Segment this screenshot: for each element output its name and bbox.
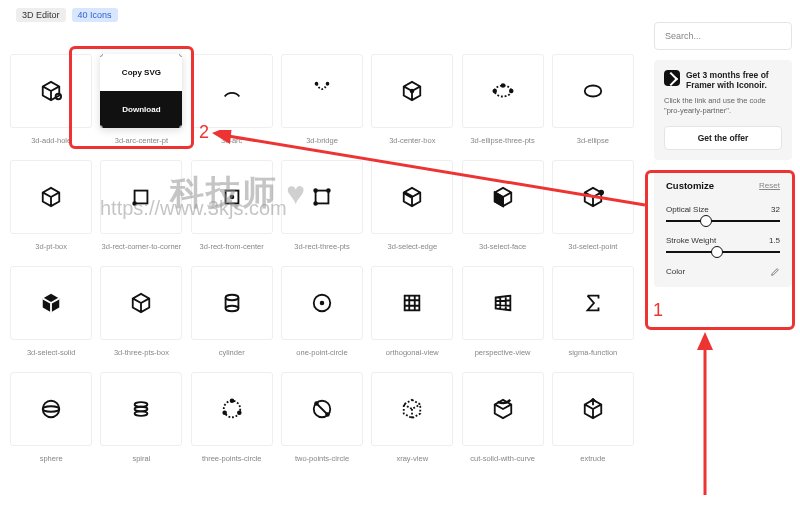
cube-icon <box>130 292 152 314</box>
svg-point-17 <box>599 190 603 194</box>
circle-point-icon <box>311 292 333 314</box>
svg-point-15 <box>327 189 330 192</box>
circle-three-icon <box>221 398 243 420</box>
svg-point-8 <box>585 85 602 96</box>
cube-icon <box>40 186 62 208</box>
svg-line-35 <box>316 403 327 414</box>
icon-card[interactable]: spiral <box>98 366 184 468</box>
icon-label: 3d-arc-center-pt <box>115 136 168 145</box>
icon-card[interactable]: 3d-add-hole <box>8 48 94 150</box>
icon-card[interactable]: sphere <box>8 366 94 468</box>
ellipse-icon <box>582 80 604 102</box>
icon-label: 3d-select-solid <box>27 348 75 357</box>
annotation-number-2: 2 <box>199 122 209 143</box>
pencil-icon[interactable] <box>770 267 780 277</box>
customize-title: Customize <box>666 180 714 191</box>
svg-point-5 <box>493 89 496 92</box>
cube-center-icon <box>401 80 423 102</box>
cube-point-icon <box>582 186 604 208</box>
icon-card[interactable]: 3d-ellipse-three-pts <box>459 48 545 150</box>
icon-label: 3d-rect-three-pts <box>294 242 349 251</box>
icon-card[interactable]: xray-view <box>369 366 455 468</box>
optical-size-label: Optical Size <box>666 205 709 214</box>
icon-card[interactable]: 3d-select-solid <box>8 260 94 362</box>
svg-point-27 <box>135 411 148 416</box>
xray-icon <box>401 398 423 420</box>
svg-point-14 <box>314 189 317 192</box>
icon-card[interactable]: 3d-ellipse <box>550 48 636 150</box>
svg-point-18 <box>225 294 238 300</box>
cut-curve-icon <box>492 398 514 420</box>
svg-rect-9 <box>135 190 148 203</box>
icon-label: 3d-select-face <box>479 242 526 251</box>
icon-card[interactable]: perspective-view <box>459 260 545 362</box>
icon-card[interactable]: 3d-three-pts-box <box>98 260 184 362</box>
icon-label: orthogonal-view <box>386 348 439 357</box>
arc-icon <box>221 80 243 102</box>
svg-point-16 <box>314 202 317 205</box>
category-tag-editor[interactable]: 3D Editor <box>16 8 66 22</box>
svg-rect-13 <box>316 190 329 203</box>
cube-icon <box>40 80 62 102</box>
icon-label: extrude <box>580 454 605 463</box>
svg-point-12 <box>230 195 233 198</box>
framer-icon <box>664 70 680 86</box>
extrude-icon <box>582 398 604 420</box>
icon-label: 3d-three-pts-box <box>114 348 169 357</box>
reset-link[interactable]: Reset <box>759 181 780 190</box>
customize-panel: Customize Reset Optical Size 32 Stroke W… <box>654 170 792 287</box>
stroke-weight-value: 1.5 <box>769 236 780 245</box>
icon-card[interactable]: 3d-select-point <box>550 154 636 256</box>
icon-card[interactable]: extrude <box>550 366 636 468</box>
icon-card[interactable]: one-point-circle <box>279 260 365 362</box>
icon-label: 3d-ellipse <box>577 136 609 145</box>
icon-label: one-point-circle <box>296 348 347 357</box>
icon-card-active[interactable]: Copy SVG Download 3d-arc-center-pt <box>98 48 184 150</box>
color-label: Color <box>666 267 685 276</box>
icon-card[interactable]: two-points-circle <box>279 366 365 468</box>
stroke-weight-slider[interactable]: Stroke Weight 1.5 <box>666 236 780 253</box>
copy-svg-button[interactable]: Copy SVG <box>100 54 182 91</box>
search-input[interactable]: Search... <box>654 22 792 50</box>
circle-two-icon <box>311 398 333 420</box>
icon-card[interactable]: 3d-select-edge <box>369 154 455 256</box>
icon-label: xray-view <box>396 454 428 463</box>
icon-card[interactable]: cut-solid-with-curve <box>459 366 545 468</box>
icon-card[interactable]: 3d-center-box <box>369 48 455 150</box>
rect-center-icon <box>221 186 243 208</box>
icon-card[interactable]: 3d-pt-box <box>8 154 94 256</box>
spiral-icon <box>130 398 152 420</box>
icon-label: three-points-circle <box>202 454 262 463</box>
icon-label: 3d-pt-box <box>35 242 67 251</box>
icon-label: 3d-rect-corner-to-corner <box>102 242 182 251</box>
stroke-weight-label: Stroke Weight <box>666 236 716 245</box>
icon-label: cut-solid-with-curve <box>470 454 535 463</box>
category-tag-count[interactable]: 40 Icons <box>72 8 118 22</box>
svg-point-21 <box>321 301 324 304</box>
icon-card[interactable]: sigma-function <box>550 260 636 362</box>
icon-card[interactable]: cylinder <box>189 260 275 362</box>
svg-point-2 <box>327 82 329 84</box>
bridge-icon <box>311 80 333 102</box>
annotation-number-1: 1 <box>653 300 663 321</box>
annotation-arrow-1 <box>690 330 720 500</box>
icon-label: 3d-center-box <box>389 136 435 145</box>
optical-size-slider[interactable]: Optical Size 32 <box>666 205 780 222</box>
icon-card[interactable]: orthogonal-view <box>369 260 455 362</box>
icon-card[interactable]: 3d-bridge <box>279 48 365 150</box>
icon-label: 3d-add-hole <box>31 136 71 145</box>
icon-label: spiral <box>132 454 150 463</box>
icon-card[interactable]: three-points-circle <box>189 366 275 468</box>
svg-point-30 <box>223 411 226 414</box>
svg-point-24 <box>43 406 60 412</box>
svg-point-3 <box>411 89 414 92</box>
icon-card[interactable]: 3d-rect-corner-to-corner <box>98 154 184 256</box>
download-button[interactable]: Download <box>100 91 182 128</box>
perspective-icon <box>492 292 514 314</box>
icon-card[interactable]: 3d-rect-three-pts <box>279 154 365 256</box>
icon-dropdown: Copy SVG Download <box>100 54 182 128</box>
icon-card[interactable]: 3d-rect-from-center <box>189 154 275 256</box>
icon-card[interactable]: 3d-select-face <box>459 154 545 256</box>
get-offer-button[interactable]: Get the offer <box>664 126 782 150</box>
icon-label: 3d-select-edge <box>387 242 437 251</box>
